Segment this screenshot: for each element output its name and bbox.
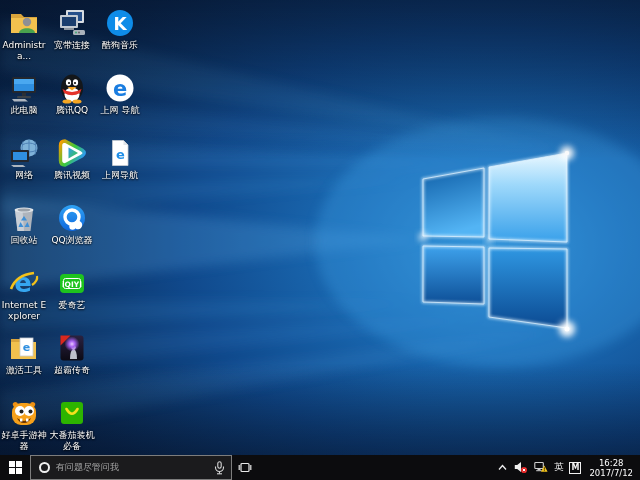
network-warning-icon	[534, 461, 548, 474]
this-pc-icon	[8, 72, 40, 104]
desktop-icon-web-nav-shortcut[interactable]: e 上网导航	[96, 134, 144, 199]
desktop-icon-label: 超霸传奇	[54, 365, 90, 376]
windows-logo-icon	[9, 461, 22, 474]
desktop-icon-activation-tool[interactable]: e 激活工具	[0, 329, 48, 394]
clock-time: 16:28	[599, 458, 624, 468]
monster-game-icon	[8, 397, 40, 429]
svg-text:K: K	[113, 14, 127, 34]
desktop-icon-label: 此电脑	[11, 105, 38, 116]
tray-volume-muted[interactable]	[511, 455, 531, 480]
desktop-icon-iqiyi[interactable]: iQIYI 爱奇艺	[48, 264, 96, 329]
desktop-icon-broadband[interactable]: 宽带连接	[48, 4, 96, 69]
desktop-icon-label: 回收站	[11, 235, 38, 246]
desktop-icon-network[interactable]: 网络	[0, 134, 48, 199]
speaker-muted-icon	[514, 461, 528, 474]
svg-text:iQIYI: iQIYI	[62, 280, 82, 289]
qq-browser-icon	[56, 202, 88, 234]
desktop-icon-internet-explorer[interactable]: e Internet Explorer	[0, 264, 48, 329]
desktop-icon-label: 网络	[15, 170, 33, 181]
microphone-icon[interactable]	[214, 461, 225, 475]
ime-badge: M	[569, 462, 581, 474]
desktop-icon-this-pc[interactable]: 此电脑	[0, 69, 48, 134]
clock-date: 2017/7/12	[589, 468, 633, 478]
tray-show-hidden-icons[interactable]	[494, 455, 511, 480]
recycle-bin-icon	[8, 202, 40, 234]
desktop-icon-label: 爱奇艺	[59, 300, 86, 311]
web-nav-doc-icon: e	[104, 137, 136, 169]
network-icon	[8, 137, 40, 169]
internet-explorer-icon: e	[8, 267, 40, 299]
desktop-icon-label: 腾讯QQ	[56, 105, 88, 116]
legend-game-icon	[56, 332, 88, 364]
chevron-up-icon	[497, 462, 508, 473]
cortana-icon	[39, 462, 50, 473]
desktop-icon-haozhuo-game[interactable]: 好卓手游神器	[0, 394, 48, 455]
desktop-icon-label: Administra...	[0, 40, 48, 61]
start-button[interactable]	[0, 455, 30, 480]
broadband-icon	[56, 7, 88, 39]
desktop-icon-web-nav[interactable]: e 上网 导航	[96, 69, 144, 134]
desktop-icon-label: 上网 导航	[101, 105, 140, 116]
task-view-button[interactable]	[232, 455, 258, 480]
user-folder-icon	[8, 7, 40, 39]
system-tray: 英 M 16:28 2017/7/12	[494, 455, 640, 480]
taskbar: 有问题尽管问我	[0, 455, 640, 480]
desktop-icon-tencent-qq[interactable]: 腾讯QQ	[48, 69, 96, 134]
search-placeholder: 有问题尽管问我	[56, 461, 214, 474]
task-view-icon	[238, 461, 252, 474]
tray-network-warning[interactable]	[531, 455, 551, 480]
iqiyi-icon: iQIYI	[56, 267, 88, 299]
language-label: 英	[554, 461, 564, 474]
tencent-video-icon	[56, 137, 88, 169]
taskbar-clock[interactable]: 16:28 2017/7/12	[584, 458, 637, 478]
svg-text:e: e	[23, 341, 30, 354]
desktop-icon-administrator[interactable]: Administra...	[0, 4, 48, 69]
tray-ime-indicator[interactable]: M	[566, 455, 584, 480]
desktop-icon-label: 大番茄装机必备	[48, 430, 96, 451]
desktop-icon-label: 腾讯视频	[54, 170, 90, 181]
desktop-icon-label: 激活工具	[6, 365, 42, 376]
desktop-icon-chaoba-legend[interactable]: 超霸传奇	[48, 329, 96, 394]
desktop-icon-tencent-video[interactable]: 腾讯视频	[48, 134, 96, 199]
desktop-icon-datomato[interactable]: 大番茄装机必备	[48, 394, 96, 455]
desktop-icon-label: QQ浏览器	[51, 235, 92, 246]
desktop-icon-qq-browser[interactable]: QQ浏览器	[48, 199, 96, 264]
web-nav-circle-icon: e	[104, 72, 136, 104]
svg-text:e: e	[113, 77, 127, 101]
desktop[interactable]: Administra... 此电脑 网络	[0, 0, 640, 455]
desktop-icon-label: 宽带连接	[54, 40, 90, 51]
desktop-icon-label: 好卓手游神器	[0, 430, 48, 451]
activation-folder-icon: e	[8, 332, 40, 364]
tray-language-indicator[interactable]: 英	[551, 455, 567, 480]
desktop-icon-recycle-bin[interactable]: 回收站	[0, 199, 48, 264]
desktop-icon-label: Internet Explorer	[0, 300, 48, 321]
tomato-bag-icon	[56, 397, 88, 429]
svg-text:e: e	[116, 147, 125, 162]
desktop-icon-label: 上网导航	[102, 170, 138, 181]
kugou-music-icon: K	[104, 7, 136, 39]
cortana-search-box[interactable]: 有问题尽管问我	[30, 455, 232, 480]
desktop-icon-label: 酷狗音乐	[102, 40, 138, 51]
qq-penguin-icon	[56, 72, 88, 104]
desktop-icon-kugou[interactable]: K 酷狗音乐	[96, 4, 144, 69]
